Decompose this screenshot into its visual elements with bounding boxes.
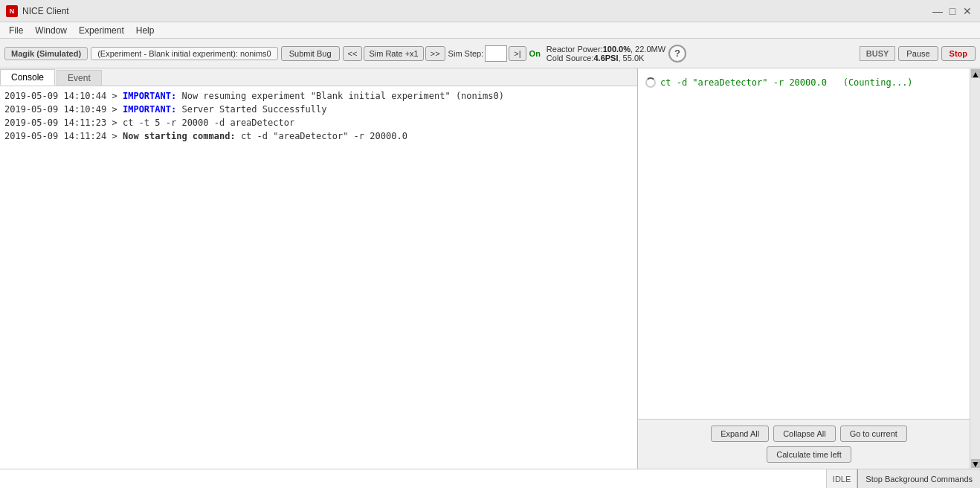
minimize-button[interactable]: — bbox=[931, 4, 944, 18]
experiment-label: (Experiment - Blank initial experiment):… bbox=[91, 47, 278, 60]
close-button[interactable]: ✕ bbox=[961, 4, 974, 18]
sim-step-label: Sim Step: bbox=[448, 49, 484, 58]
left-panel: Console Event 2019-05-09 14:10:44 > IMPO… bbox=[0, 68, 638, 469]
on-label: On bbox=[529, 49, 541, 58]
tab-event[interactable]: Event bbox=[57, 70, 102, 86]
sim-back-button[interactable]: << bbox=[343, 46, 363, 61]
reactor-power-line: Reactor Power:100.0%, 22.0MW bbox=[547, 45, 665, 54]
reactor-info: Reactor Power:100.0%, 22.0MW Cold Source… bbox=[547, 45, 665, 62]
menu-help[interactable]: Help bbox=[130, 24, 161, 37]
menu-file[interactable]: File bbox=[3, 24, 29, 37]
right-panel: ct -d "areaDetector" -r 20000.0 (Countin… bbox=[638, 68, 980, 469]
sim-step-input[interactable] bbox=[485, 45, 507, 62]
log-entry: 2019-05-09 14:11:23 > ct -t 5 -r 20000 -… bbox=[4, 116, 633, 129]
main-area: Console Event 2019-05-09 14:10:44 > IMPO… bbox=[0, 68, 980, 469]
maximize-button[interactable]: □ bbox=[946, 4, 959, 18]
submit-bug-button[interactable]: Submit Bug bbox=[281, 46, 340, 61]
app-title: NICE Client bbox=[22, 6, 931, 16]
go-to-current-button[interactable]: Go to current bbox=[840, 426, 907, 442]
window-controls: — □ ✕ bbox=[931, 4, 974, 18]
console-content: 2019-05-09 14:10:44 > IMPORTANT: Now res… bbox=[0, 86, 637, 469]
stop-background-commands-button[interactable]: Stop Background Commands bbox=[857, 469, 980, 488]
tab-console[interactable]: Console bbox=[0, 69, 55, 86]
magik-label: Magik (Simulated) bbox=[4, 47, 88, 60]
calculate-time-button[interactable]: Calculate time left bbox=[767, 446, 851, 463]
pause-button[interactable]: Pause bbox=[898, 46, 938, 61]
toolbar: Magik (Simulated) (Experiment - Blank in… bbox=[0, 39, 980, 68]
titlebar: N NICE Client — □ ✕ bbox=[0, 0, 980, 22]
right-buttons: Expand All Collapse All Go to current Ca… bbox=[638, 419, 980, 469]
cold-source-line: Cold Source:4.6PSI, 55.0K bbox=[547, 54, 665, 62]
command-item: ct -d "areaDetector" -r 20000.0 (Countin… bbox=[644, 74, 965, 91]
command-list: ct -d "areaDetector" -r 20000.0 (Countin… bbox=[638, 68, 980, 419]
stop-button[interactable]: Stop bbox=[941, 46, 976, 61]
right-scrollbar[interactable]: ▲ ▼ bbox=[970, 68, 980, 469]
busy-label: BUSY bbox=[860, 46, 896, 61]
command-input[interactable] bbox=[0, 469, 827, 488]
sim-step-group: Sim Step: >| bbox=[448, 45, 526, 62]
command-text: ct -d "areaDetector" -r 20000.0 (Countin… bbox=[660, 77, 913, 88]
spin-icon bbox=[645, 77, 656, 88]
log-entry: 2019-05-09 14:10:49 > IMPORTANT: Server … bbox=[4, 103, 633, 116]
right-btn-row-1: Expand All Collapse All Go to current bbox=[711, 426, 907, 442]
collapse-all-button[interactable]: Collapse All bbox=[773, 426, 835, 442]
sim-rate-button[interactable]: Sim Rate +x1 bbox=[364, 46, 423, 61]
log-entry: 2019-05-09 14:11:24 > Now starting comma… bbox=[4, 129, 633, 143]
scroll-up-button[interactable]: ▲ bbox=[971, 69, 980, 78]
idle-label: IDLE bbox=[827, 469, 857, 488]
menu-experiment[interactable]: Experiment bbox=[73, 24, 130, 37]
sim-fwd-button[interactable]: >> bbox=[425, 46, 445, 61]
scroll-down-button[interactable]: ▼ bbox=[971, 459, 980, 468]
sim-go-button[interactable]: >| bbox=[509, 46, 526, 61]
menu-window[interactable]: Window bbox=[29, 24, 73, 37]
log-entry: 2019-05-09 14:10:44 > IMPORTANT: Now res… bbox=[4, 89, 633, 103]
bottom-bar: IDLE Stop Background Commands bbox=[0, 469, 980, 488]
help-button[interactable]: ? bbox=[668, 45, 686, 62]
scroll-track bbox=[970, 79, 980, 458]
expand-all-button[interactable]: Expand All bbox=[711, 426, 769, 442]
tab-bar: Console Event bbox=[0, 68, 637, 86]
menubar: File Window Experiment Help bbox=[0, 22, 980, 39]
sim-rate-group: << Sim Rate +x1 >> bbox=[343, 46, 445, 61]
app-logo: N bbox=[6, 5, 18, 17]
right-btn-row-2: Calculate time left bbox=[767, 446, 851, 463]
